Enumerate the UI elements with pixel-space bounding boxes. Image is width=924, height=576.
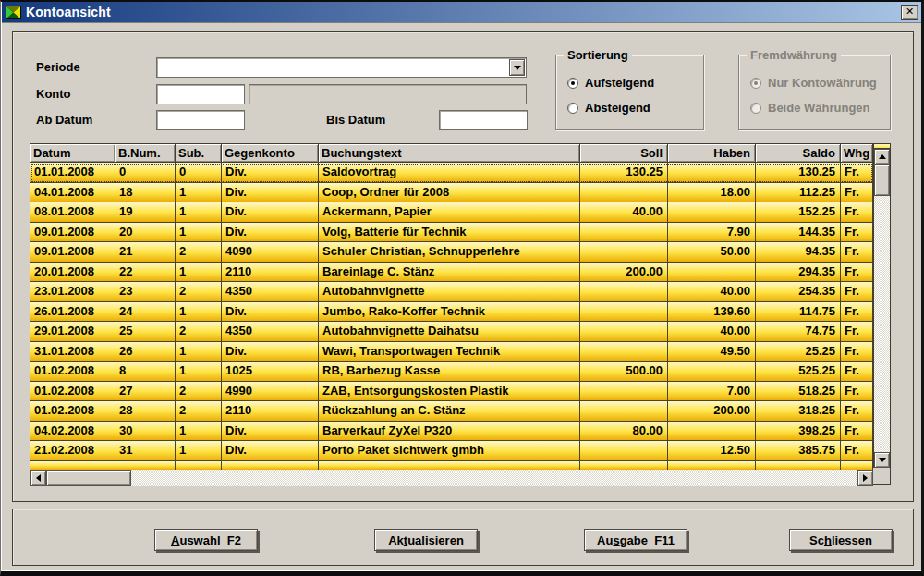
scroll-right-button[interactable] [857,470,873,486]
cell-gegenkonto: 2110 [222,401,319,421]
cell-saldo: 112.25 [756,183,841,202]
table-row[interactable]: 23.01.20082324350Autobahnvignette40.0025… [30,282,873,302]
cell-buchungstext: Rückzahlung an C. Stänz [319,401,580,421]
cell-sub: 1 [176,223,222,242]
cell-haben [668,362,756,381]
cell-gegenkonto: 4350 [222,322,319,341]
table-row[interactable]: 04.02.2008301Div.Barverkauf ZyXel P32080… [30,422,873,442]
horizontal-scroll-track[interactable] [131,470,857,486]
column-header-datum[interactable]: Datum [30,144,116,163]
cell-saldo: 518.25 [756,382,841,401]
arrow-right-icon [863,474,868,482]
cell-whg: Fr. [841,401,873,421]
cell-saldo: 385.75 [756,441,841,460]
column-header-saldo[interactable]: Saldo [756,144,841,163]
table-row[interactable]: 01.02.2008811025RB, Barbezug Kasse500.00… [30,362,873,382]
konto-input[interactable]: 1000 [156,84,245,104]
cell-haben [668,163,756,182]
cell-whg: Fr. [841,263,873,282]
column-header-whg[interactable]: Whg [841,144,873,163]
cell-gegenkonto: Div. [222,302,319,322]
table-row[interactable]: 01.02.20082724990ZAB, Entsorgungskosten … [30,382,873,402]
table-row[interactable]: 08.01.2008191Div.Ackermann, Papier40.001… [30,202,873,223]
button-label-part: uswahl F2 [179,533,240,547]
cell-gegenkonto: 1025 [222,362,319,381]
table-row[interactable]: 21.02.2008311Div.Porto Paket sichtwerk g… [30,441,873,461]
grid-body: 01.01.200800Div.Saldovortrag130.25130.25… [30,163,873,470]
table-row[interactable]: 04.01.2008181Div.Coop, Ordner für 200818… [30,183,873,203]
cell-whg: Fr. [841,202,873,222]
radio-label: Nur Kontowährung [768,76,877,90]
table-row[interactable]: 01.02.20082822110Rückzahlung an C. Stänz… [30,401,873,422]
cell-whg: Fr. [841,183,873,202]
sortierung-groupbox: Sortierung AufsteigendAbsteigend [555,55,704,130]
bis-datum-input[interactable]: 31.12.2008 [439,110,528,130]
arrow-left-icon [36,474,41,482]
cell-datum: 01.02.2008 [30,362,116,381]
scroll-left-button[interactable] [30,470,46,486]
radio-button-icon[interactable] [567,103,578,114]
horizontal-scrollbar[interactable] [30,470,873,486]
cell-whg: Fr. [841,422,873,441]
aktualisieren-button[interactable]: Aktualisieren [374,529,478,551]
radio-aufsteigend[interactable]: Aufsteigend [567,76,654,90]
scroll-down-button[interactable] [874,452,890,468]
cell-soll: 200.00 [580,263,668,282]
cell-sub: 2 [176,282,222,301]
ausgabe-button[interactable]: Ausgabe F11 [584,529,687,551]
cell-buchungstext: Schuler Christian, Schnupperlehre [319,242,580,262]
column-header-sub[interactable]: Sub. [176,144,222,163]
titlebar[interactable]: Kontoansicht ✕ [2,2,921,23]
button-label-part: h [824,533,832,547]
column-header-bnum[interactable]: B.Num. [116,144,176,163]
bis-datum-value: 31.12.2008 [464,127,524,130]
vertical-scrollbar[interactable] [873,144,890,468]
cell-saldo: 525.25 [756,362,841,381]
cell-haben: 50.00 [668,242,756,262]
cell-buchungstext: Wawi, Transportwagen Technik [319,342,580,362]
vertical-scroll-track[interactable] [874,196,890,452]
column-header-buchungstext[interactable]: Buchungstext [319,144,580,163]
cell-buchungstext: Coop, Ordner für 2008 [319,183,580,202]
cell-datum: 31.01.2008 [30,342,116,362]
scrollbar-corner [873,468,890,484]
button-panel: Auswahl F2AktualisierenAusgabe F11Schlie… [12,509,914,566]
ab-datum-label: Ab Datum [36,113,92,127]
table-row[interactable]: 26.01.2008241Div.Jumbo, Rako-Koffer Tech… [30,302,873,323]
periode-combobox[interactable]: 2008 - 01.01.2008-31.12.2008 [156,57,527,78]
schliessen-button[interactable]: Schliessen [789,529,893,551]
auswahl-button[interactable]: Auswahl F2 [154,529,258,551]
cell-gegenkonto: Div. [222,202,319,222]
cell-datum: 04.02.2008 [30,422,116,441]
table-row[interactable]: 01.01.200800Div.Saldovortrag130.25130.25… [30,163,873,183]
table-row[interactable]: 29.01.20082524350Autobahnvignette Daihat… [30,322,873,342]
cell-buchungstext: Bareinlage C. Stänz [319,263,580,282]
cell-sub: 1 [176,342,222,362]
cell-sub: 2 [176,401,222,421]
cell-whg: Fr. [841,242,873,262]
vertical-scroll-thumb[interactable] [874,165,890,196]
periode-dropdown-button[interactable] [509,59,525,76]
table-row[interactable]: 31.01.2008261Div.Wawi, Transportwagen Te… [30,342,873,362]
cell-datum: 04.01.2008 [30,183,116,202]
periode-label: Periode [36,60,80,74]
scroll-up-button[interactable] [874,149,890,165]
cell-buchungstext: ZAB, Entsorgungskosten Plastik [319,382,580,401]
radio-absteigend[interactable]: Absteigend [567,101,650,115]
column-header-soll[interactable]: Soll [580,144,668,163]
table-row[interactable]: 09.01.2008201Div.Volg, Batterie für Tech… [30,223,873,243]
cell-bnum [116,461,176,470]
column-header-haben[interactable]: Haben [668,144,756,163]
radio-button-icon[interactable] [567,78,578,89]
table-row[interactable]: 20.01.20082212110Bareinlage C. Stänz200.… [30,263,873,283]
cell-sub: 1 [176,362,222,381]
horizontal-scroll-thumb[interactable] [46,470,131,486]
table-row[interactable]: 09.01.20082124090Schuler Christian, Schn… [30,242,873,263]
table-row-partial [30,461,873,470]
sortierung-title: Sortierung [564,48,632,62]
ab-datum-input[interactable]: 01.01.2008 [156,110,245,130]
close-button[interactable]: ✕ [901,5,918,20]
cell-datum: 08.01.2008 [30,202,116,222]
cell-whg: Fr. [841,362,873,381]
column-header-gegenkonto[interactable]: Gegenkonto [222,144,319,163]
